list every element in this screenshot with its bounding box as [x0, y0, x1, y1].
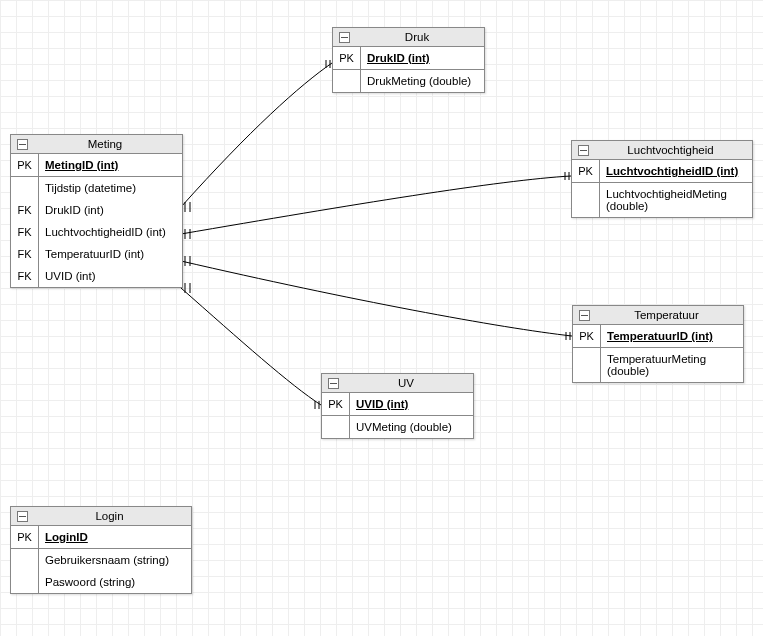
key-cell: PK: [573, 325, 601, 347]
attr-cell: UVID (int): [350, 393, 473, 415]
entity-body: PK MetingID (int) Tijdstip (datetime) FK…: [11, 154, 182, 287]
collapse-icon[interactable]: [328, 378, 339, 389]
key-cell: [333, 69, 361, 92]
attr-cell: TemperatuurID (int): [601, 325, 743, 347]
entity-header: Luchtvochtigheid: [572, 141, 752, 160]
entity-body: PK TemperatuurID (int) TemperatuurMeting…: [573, 325, 743, 382]
entity-meting[interactable]: Meting PK MetingID (int) Tijdstip (datet…: [10, 134, 183, 288]
entity-uv[interactable]: UV PK UVID (int) UVMeting (double): [321, 373, 474, 439]
collapse-icon[interactable]: [17, 139, 28, 150]
entity-title: Login: [34, 510, 185, 522]
entity-body: PK LoginID Gebruikersnaam (string) Paswo…: [11, 526, 191, 593]
key-cell: PK: [11, 526, 39, 548]
collapse-icon[interactable]: [579, 310, 590, 321]
key-cell: [573, 347, 601, 382]
entity-header: Meting: [11, 135, 182, 154]
entity-body: PK LuchtvochtigheidID (int) Luchtvochtig…: [572, 160, 752, 217]
entity-title: UV: [345, 377, 467, 389]
entity-header: Temperatuur: [573, 306, 743, 325]
entity-body: PK DrukID (int) DrukMeting (double): [333, 47, 484, 92]
key-cell: FK: [11, 243, 39, 265]
attr-cell: DrukID (int): [39, 199, 182, 221]
entity-title: Temperatuur: [596, 309, 737, 321]
attr-cell: MetingID (int): [39, 154, 182, 176]
collapse-icon[interactable]: [578, 145, 589, 156]
attr-cell: UVMeting (double): [350, 415, 473, 438]
entity-title: Druk: [356, 31, 478, 43]
entity-temperatuur[interactable]: Temperatuur PK TemperatuurID (int) Tempe…: [572, 305, 744, 383]
entity-login[interactable]: Login PK LoginID Gebruikersnaam (string)…: [10, 506, 192, 594]
collapse-icon[interactable]: [17, 511, 28, 522]
attr-cell: Gebruikersnaam (string): [39, 548, 191, 571]
diagram-canvas: Meting PK MetingID (int) Tijdstip (datet…: [0, 0, 763, 636]
key-cell: PK: [322, 393, 350, 415]
key-cell: [11, 548, 39, 571]
key-cell: PK: [333, 47, 361, 69]
attr-cell: LuchtvochtigheidID (int): [600, 160, 752, 182]
key-cell: PK: [572, 160, 600, 182]
entity-header: Druk: [333, 28, 484, 47]
attr-cell: Paswoord (string): [39, 571, 191, 593]
key-cell: [322, 415, 350, 438]
key-cell: FK: [11, 265, 39, 287]
key-cell: FK: [11, 221, 39, 243]
entity-druk[interactable]: Druk PK DrukID (int) DrukMeting (double): [332, 27, 485, 93]
key-cell: [11, 571, 39, 593]
key-cell: [11, 176, 39, 199]
collapse-icon[interactable]: [339, 32, 350, 43]
key-cell: [572, 182, 600, 217]
attr-cell: DrukID (int): [361, 47, 484, 69]
attr-cell: LuchtvochtigheidID (int): [39, 221, 182, 243]
entity-title: Meting: [34, 138, 176, 150]
attr-cell: TemperatuurID (int): [39, 243, 182, 265]
attr-cell: LoginID: [39, 526, 191, 548]
entity-luchtvochtigheid[interactable]: Luchtvochtigheid PK LuchtvochtigheidID (…: [571, 140, 753, 218]
attr-cell: DrukMeting (double): [361, 69, 484, 92]
entity-header: UV: [322, 374, 473, 393]
key-cell: FK: [11, 199, 39, 221]
key-cell: PK: [11, 154, 39, 176]
entity-title: Luchtvochtigheid: [595, 144, 746, 156]
attr-cell: Tijdstip (datetime): [39, 176, 182, 199]
attr-cell: TemperatuurMeting (double): [601, 347, 743, 382]
entity-body: PK UVID (int) UVMeting (double): [322, 393, 473, 438]
entity-header: Login: [11, 507, 191, 526]
attr-cell: UVID (int): [39, 265, 182, 287]
attr-cell: LuchtvochtigheidMeting (double): [600, 182, 752, 217]
